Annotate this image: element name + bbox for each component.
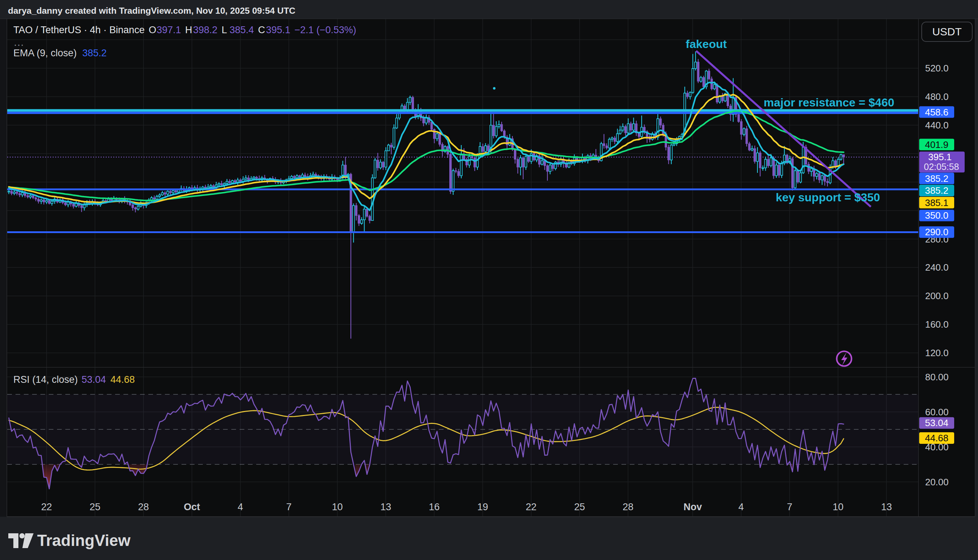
svg-text:385.1: 385.1 [925,197,948,208]
svg-text:Nov: Nov [683,502,702,512]
svg-text:C: C [258,25,265,35]
svg-text:major resistance = $460: major resistance = $460 [764,96,894,109]
svg-text:25: 25 [90,502,100,512]
svg-text:fakeout: fakeout [686,38,727,50]
svg-text:60.00: 60.00 [925,407,948,417]
svg-text:Oct: Oct [184,502,200,512]
svg-text:H: H [185,25,192,35]
svg-text:458.6: 458.6 [925,107,948,118]
svg-text:7: 7 [787,502,792,512]
svg-text:O: O [149,25,156,35]
svg-text:28: 28 [138,502,149,512]
svg-text:44.68: 44.68 [925,433,948,443]
svg-text:4: 4 [238,502,243,512]
svg-text:350.0: 350.0 [925,210,948,221]
svg-text:key support = $350: key support = $350 [776,191,880,204]
svg-text:395.1: 395.1 [266,25,290,35]
svg-text:19: 19 [477,502,488,512]
svg-text:53.04: 53.04 [925,417,948,428]
svg-text:385.4: 385.4 [230,25,254,35]
svg-text:TradingView: TradingView [37,532,131,549]
svg-text:480.0: 480.0 [925,91,948,102]
svg-text:EMA (9, close): EMA (9, close) [13,48,77,58]
svg-text:darya_danny created with Tradi: darya_danny created with TradingView.com… [8,6,296,15]
svg-text:20.00: 20.00 [925,477,948,487]
svg-text:…: … [13,36,24,48]
svg-text:13: 13 [881,502,892,512]
svg-text:L: L [222,25,227,35]
svg-text:25: 25 [574,502,585,512]
svg-text:13: 13 [380,502,391,512]
svg-text:−2.1 (−0.53%): −2.1 (−0.53%) [295,25,356,35]
svg-text:22: 22 [41,502,52,512]
svg-text:395.1: 395.1 [928,152,951,162]
svg-text:44.68: 44.68 [110,374,135,385]
svg-text:520.0: 520.0 [925,63,948,73]
svg-text:398.2: 398.2 [193,25,218,35]
svg-text:160.0: 160.0 [925,319,948,330]
svg-text:290.0: 290.0 [925,227,948,237]
svg-text:200.0: 200.0 [925,290,948,301]
svg-text:22: 22 [526,502,536,512]
svg-text:80.00: 80.00 [925,372,948,382]
svg-text:53.04: 53.04 [82,374,106,385]
svg-text:USDT: USDT [932,26,962,38]
svg-text:TAO / TetherUS · 4h · Binance: TAO / TetherUS · 4h · Binance [13,25,145,35]
svg-text:02:05:58: 02:05:58 [924,162,959,172]
svg-text:28: 28 [623,502,633,512]
svg-text:RSI (14, close): RSI (14, close) [13,374,78,385]
svg-text:10: 10 [833,502,843,512]
svg-text:385.2: 385.2 [82,48,107,58]
svg-text:440.0: 440.0 [925,120,948,131]
svg-text:401.9: 401.9 [925,139,948,150]
svg-text:7: 7 [286,502,292,512]
svg-text:397.1: 397.1 [157,25,181,35]
svg-text:4: 4 [738,502,744,512]
svg-text:385.2: 385.2 [925,173,948,184]
svg-text:16: 16 [429,502,440,512]
svg-text:10: 10 [332,502,343,512]
svg-text:120.0: 120.0 [925,347,948,358]
svg-text:385.2: 385.2 [925,185,948,196]
svg-text:240.0: 240.0 [925,262,948,273]
